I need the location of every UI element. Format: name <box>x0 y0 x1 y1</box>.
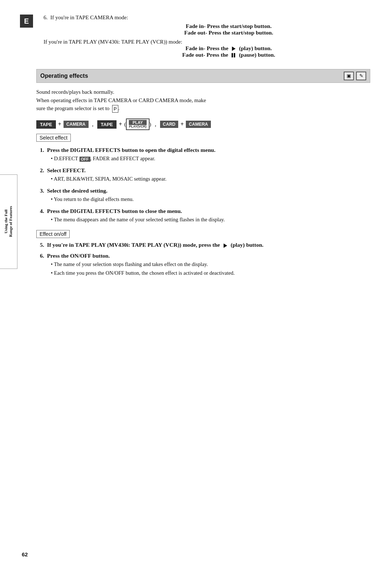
step-5-header: 5. If you're in TAPE PLAY (MV430i: TAPE … <box>40 242 370 248</box>
pause-icon <box>232 53 235 57</box>
card-btn: CARD <box>160 121 179 128</box>
fade-out-camera: Fade out- Press the start/stop button. <box>87 29 370 36</box>
off-badge: OFF <box>79 157 90 162</box>
section-6-top: 6. If you're in TAPE CAMERA mode: Fade i… <box>36 15 370 58</box>
e-badge-letter: E <box>24 17 29 25</box>
step-2-bullets: ART, BLK&WHT, SEPIA, MOSAIC settings app… <box>51 175 370 183</box>
step-6-header: 6. Press the ON/OFF button. <box>40 253 370 259</box>
step-3-header: 3. Select the desired setting. <box>40 188 370 194</box>
monitor-icon: ▣ <box>344 72 354 80</box>
op-effects-icons: ▣ ✎ <box>344 72 366 80</box>
steps-list: 1. Press the DIGITAL EFFECTS button to o… <box>40 147 370 223</box>
camera-btn-2: CAMERA <box>186 121 211 128</box>
step-6-bullets: The name of your selection stops flashin… <box>51 261 370 277</box>
steps2-list: 5. If you're in TAPE PLAY (MV430i: TAPE … <box>40 242 370 277</box>
edit-icon: ✎ <box>356 72 366 80</box>
step-3-bullets: You return to the digital effects menu. <box>51 196 370 204</box>
step-1-bullets: D.EFFECT OFF, FADER and EFFECT appear. <box>51 155 370 163</box>
comma-2: , <box>155 121 156 128</box>
tape-btn-2: TAPE <box>97 120 117 129</box>
tape-btn-1: TAPE <box>36 120 56 129</box>
combo-row: TAPE + CAMERA , TAPE + ( PLAY PLAY(VCR) … <box>36 118 370 130</box>
step-6-label: 6. If you're in TAPE CAMERA mode: <box>44 15 370 21</box>
intro-line2: When operating effects in TAPE CAMERA or… <box>36 96 370 113</box>
step-6: 6. Press the ON/OFF button. The name of … <box>40 253 370 277</box>
e-badge: E <box>20 15 33 28</box>
step-3: 3. Select the desired setting. You retur… <box>40 188 370 204</box>
p-icon: P <box>112 105 118 113</box>
intro-line1: Sound records/plays back normally. <box>36 88 370 96</box>
step-2-header: 2. Select EFFECT. <box>40 167 370 174</box>
sidebar-tab-text: Using the Full Range of Features <box>4 206 13 237</box>
effect-onoff-wrapper: Effect on/off <box>36 228 370 242</box>
fade-in-play-line: Fade in- Press the (play) button. <box>87 45 370 52</box>
play-stack: PLAY PLAY(VCR) <box>126 118 149 130</box>
step-2-bullet-1: ART, BLK&WHT, SEPIA, MOSAIC settings app… <box>51 175 370 183</box>
fade-in-camera: Fade in- Press the start/stop button. <box>87 23 370 29</box>
op-effects-title: Operating effects <box>40 73 344 79</box>
step-3-bullet-1: You return to the digital effects menu. <box>51 196 370 204</box>
play-triangle-5 <box>224 243 227 248</box>
plus-3: + <box>180 121 184 128</box>
camera-btn-1: CAMERA <box>64 121 89 128</box>
step-4-bullets: The menu disappears and the name of your… <box>51 216 370 224</box>
step-4-bullet-1: The menu disappears and the name of your… <box>51 216 370 224</box>
step-6-bullet-1: The name of your selection stops flashin… <box>51 261 370 269</box>
effect-onoff-box: Effect on/off <box>36 230 70 238</box>
play-bottom-label: PLAY(VCR) <box>129 125 146 129</box>
step-4: 4. Press the DIGITAL EFFECTS button to c… <box>40 208 370 224</box>
page-number: 62 <box>22 551 28 557</box>
select-effect-wrapper: Select effect <box>36 134 370 147</box>
step-1-bullet-1: D.EFFECT OFF, FADER and EFFECT appear. <box>51 155 370 163</box>
op-effects-header: Operating effects ▣ ✎ <box>36 69 370 83</box>
sidebar-tab: Using the Full Range of Features <box>0 174 17 269</box>
comma-1: , <box>92 121 94 128</box>
step-2: 2. Select EFFECT. ART, BLK&WHT, SEPIA, M… <box>40 167 370 183</box>
select-effect-box: Select effect <box>36 134 71 142</box>
step-4-header: 4. Press the DIGITAL EFFECTS button to c… <box>40 208 370 214</box>
step-6-bullet-2: Each time you press the ON/OFF button, t… <box>51 269 370 277</box>
intro-text: Sound records/plays back normally. When … <box>36 88 370 113</box>
step-1: 1. Press the DIGITAL EFFECTS button to o… <box>40 147 370 163</box>
plus-1: + <box>58 121 61 128</box>
plus-2: + <box>119 121 122 128</box>
step-5: 5. If you're in TAPE PLAY (MV430i: TAPE … <box>40 242 370 248</box>
fade-out-play-line: Fade out- Press the (pause) button. <box>87 52 370 58</box>
step-1-header: 1. Press the DIGITAL EFFECTS button to o… <box>40 147 370 153</box>
tape-play-line: If you're in TAPE PLAY (MV430i: TAPE PLA… <box>44 39 370 45</box>
play-vcr-group: ( PLAY PLAY(VCR) ) <box>124 118 151 130</box>
play-top-label: PLAY <box>129 120 146 125</box>
play-icon <box>232 47 236 51</box>
